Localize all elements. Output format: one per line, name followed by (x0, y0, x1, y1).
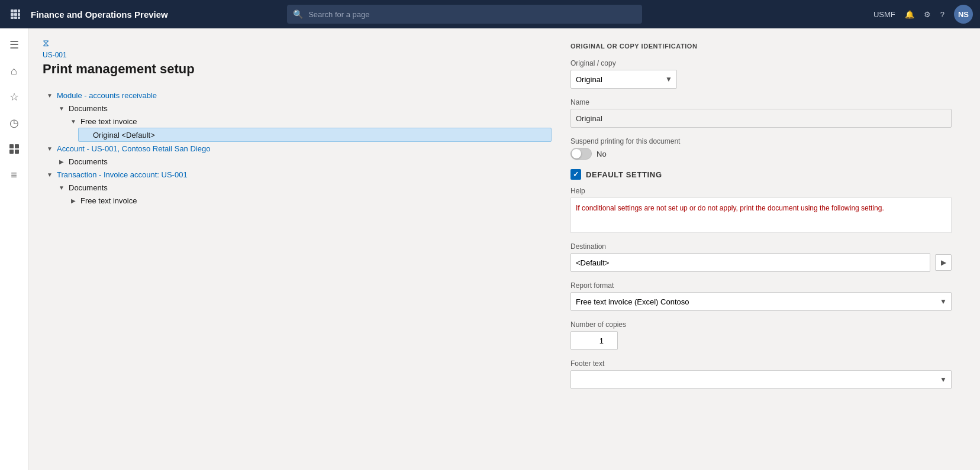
right-panel: ORIGINAL OR COPY IDENTIFICATION Original… (552, 38, 966, 461)
copies-input[interactable] (570, 331, 618, 350)
collapse-icon[interactable]: ▼ (45, 90, 54, 100)
checkmark-icon: ✓ (573, 170, 579, 179)
destination-arrow-button[interactable]: ▶ (935, 254, 952, 271)
field-group-footer-text: Footer text ▼ (570, 359, 952, 389)
grid-menu-icon[interactable] (7, 6, 24, 22)
field-group-copies: Number of copies (570, 320, 952, 350)
report-format-dropdown-wrap: Free text invoice (Excel) Contoso ▼ (570, 292, 952, 311)
label-footer-text: Footer text (570, 359, 952, 368)
label-help: Help (570, 187, 952, 195)
settings-icon[interactable]: ⚙ (924, 10, 931, 19)
label-suspend: Suspend printing for this document (570, 137, 952, 145)
svg-rect-4 (14, 13, 17, 16)
name-input[interactable] (570, 109, 952, 128)
filter-icon[interactable]: ⧖ (43, 38, 49, 48)
suspend-value-label: No (597, 150, 607, 158)
tree-children-transaction: ▼ Documents ▶ Free text invoice (43, 181, 552, 207)
avatar[interactable]: NS (954, 5, 973, 24)
default-setting-label: DEFAULT SETTING (586, 170, 662, 179)
section-title-original-copy: ORIGINAL OR COPY IDENTIFICATION (570, 43, 952, 50)
suspend-toggle[interactable] (570, 148, 592, 160)
svg-rect-3 (11, 13, 14, 16)
svg-rect-8 (18, 17, 20, 19)
tree-panel: ⧖ US-001 Print management setup ▼ Module… (43, 38, 552, 461)
tree-label-account: Account - US-001, Contoso Retail San Die… (54, 144, 210, 153)
page-title: Print management setup (43, 61, 552, 77)
hamburger-icon[interactable]: ☰ (2, 33, 26, 57)
report-format-select[interactable]: Free text invoice (Excel) Contoso (570, 292, 952, 311)
destination-row: ▶ (570, 253, 952, 272)
field-group-help: Help If conditional settings are not set… (570, 187, 952, 233)
tree-label-free-text-invoice: Free text invoice (78, 117, 137, 126)
tree-children-account: ▶ Documents (43, 155, 552, 168)
tree-children-documents1: ▼ Free text invoice Original <Default> (54, 115, 552, 142)
collapse-icon[interactable]: ▼ (57, 183, 66, 192)
collapse-icon[interactable]: ▼ (45, 144, 54, 153)
home-icon[interactable]: ⌂ (2, 59, 26, 83)
collapse-icon[interactable]: ▼ (69, 116, 78, 126)
original-copy-dropdown-wrap: Original Copy ▼ (570, 70, 677, 89)
tree-item-documents2[interactable]: ▶ Documents (54, 155, 552, 168)
search-input[interactable] (287, 5, 642, 24)
tree-children-documents3: ▶ Free text invoice (54, 194, 552, 207)
tree-children-module: ▼ Documents ▼ Free text invoice Original… (43, 102, 552, 142)
tree-label-free-text-invoice2: Free text invoice (78, 196, 137, 205)
toggle-knob (572, 149, 581, 158)
collapse-icon[interactable]: ▼ (57, 103, 66, 113)
tree-label-original-default: Original <Default> (91, 131, 155, 140)
tree-item-free-text-invoice[interactable]: ▼ Free text invoice (66, 115, 552, 128)
expand-icon[interactable]: ▶ (57, 157, 66, 166)
svg-rect-11 (9, 150, 14, 154)
field-group-name: Name (570, 98, 952, 128)
star-icon[interactable]: ☆ (2, 85, 26, 109)
top-navigation: Finance and Operations Preview 🔍 USMF 🔔 … (0, 0, 980, 28)
label-original-copy: Original / copy (570, 59, 952, 67)
svg-rect-12 (15, 150, 19, 154)
grid-nav-icon[interactable] (2, 137, 26, 161)
tree: ▼ Module - accounts receivable ▼ Documen… (43, 89, 552, 207)
default-setting-checkbox[interactable]: ✓ (570, 169, 581, 180)
field-group-original-copy: Original / copy Original Copy ▼ (570, 59, 952, 89)
recent-icon[interactable]: ◷ (2, 111, 26, 135)
suspend-toggle-wrap: No (570, 148, 952, 160)
search-bar: 🔍 (287, 5, 642, 24)
collapse-icon[interactable]: ▼ (45, 170, 54, 179)
svg-rect-2 (18, 9, 20, 12)
footer-text-dropdown-wrap: ▼ (570, 370, 952, 389)
tree-children-free-text: Original <Default> (66, 128, 552, 142)
help-icon[interactable]: ? (940, 10, 944, 19)
tree-item-account[interactable]: ▼ Account - US-001, Contoso Retail San D… (43, 142, 552, 155)
no-toggle-spacer (81, 130, 91, 140)
tree-item-module[interactable]: ▼ Module - accounts receivable (43, 89, 552, 102)
tree-item-original-default[interactable]: Original <Default> (78, 128, 552, 142)
original-copy-select[interactable]: Original Copy (570, 70, 677, 89)
svg-rect-5 (18, 13, 20, 16)
tree-label-documents3: Documents (66, 183, 108, 192)
label-copies: Number of copies (570, 320, 952, 329)
left-sidebar: ☰ ⌂ ☆ ◷ ≡ (0, 28, 28, 470)
expand-icon[interactable]: ▶ (69, 196, 78, 205)
destination-input[interactable] (570, 253, 930, 272)
main-content: ⧖ US-001 Print management setup ▼ Module… (28, 28, 980, 470)
notification-icon[interactable]: 🔔 (905, 10, 914, 19)
top-nav-right: USMF 🔔 ⚙ ? NS (873, 5, 973, 24)
svg-rect-0 (11, 9, 14, 12)
tree-item-documents1[interactable]: ▼ Documents (54, 102, 552, 115)
help-text: If conditional settings are not set up o… (570, 197, 952, 233)
default-setting-wrap: ✓ DEFAULT SETTING (570, 169, 952, 180)
list-nav-icon[interactable]: ≡ (2, 163, 26, 187)
svg-rect-10 (15, 144, 19, 148)
tree-item-transaction[interactable]: ▼ Transaction - Invoice account: US-001 (43, 168, 552, 181)
tree-item-free-text-invoice2[interactable]: ▶ Free text invoice (66, 194, 552, 207)
field-group-suspend: Suspend printing for this document No (570, 137, 952, 160)
tree-item-documents3[interactable]: ▼ Documents (54, 181, 552, 194)
footer-text-select[interactable] (570, 370, 952, 389)
field-group-destination: Destination ▶ (570, 242, 952, 272)
app-title: Finance and Operations Preview (31, 9, 168, 20)
tree-label-module: Module - accounts receivable (54, 91, 157, 100)
label-name: Name (570, 98, 952, 106)
svg-rect-6 (11, 17, 14, 19)
breadcrumb[interactable]: US-001 (43, 51, 552, 59)
svg-rect-9 (9, 144, 14, 148)
tree-label-documents1: Documents (66, 104, 108, 113)
